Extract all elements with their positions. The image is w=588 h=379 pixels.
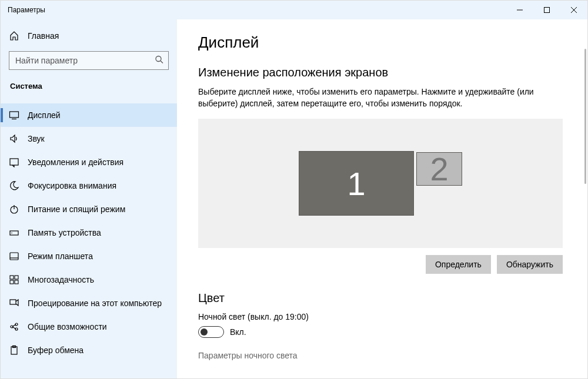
color-title: Цвет: [198, 291, 566, 305]
sidebar-item-project[interactable]: Проецирование на этот компьютер: [1, 291, 177, 315]
minimize-button[interactable]: [506, 1, 533, 19]
svg-line-5: [161, 61, 163, 63]
home-label: Главная: [28, 31, 59, 41]
sidebar-item-moon[interactable]: Фокусировка внимания: [1, 174, 177, 197]
sidebar-item-multitask[interactable]: Многозадачность: [1, 268, 177, 291]
window-title: Параметры: [8, 6, 506, 14]
identify-button[interactable]: Определить: [426, 255, 491, 274]
sidebar-item-label: Память устройства: [28, 228, 101, 237]
scrollbar[interactable]: [584, 49, 586, 184]
svg-rect-1: [544, 8, 550, 13]
sidebar-item-shared[interactable]: Общие возможности: [1, 315, 177, 338]
display-arrange-area[interactable]: 1 2: [198, 119, 563, 248]
notification-icon: [9, 157, 19, 167]
content-area: Дисплей Изменение расположения экранов В…: [177, 19, 587, 378]
sidebar-item-storage[interactable]: Память устройства: [1, 221, 177, 244]
sidebar-item-label: Проецирование на этот компьютер: [28, 298, 162, 308]
nav-list: ДисплейЗвукУведомления и действияФокусир…: [1, 103, 177, 362]
search-wrap: [9, 51, 169, 70]
svg-rect-11: [10, 231, 18, 235]
sidebar-item-notification[interactable]: Уведомления и действия: [1, 150, 177, 174]
svg-rect-13: [10, 253, 18, 260]
window-controls: [506, 1, 587, 19]
sidebar-item-label: Буфер обмена: [28, 346, 83, 355]
night-light-settings-link[interactable]: Параметры ночного света: [198, 351, 566, 360]
storage-icon: [9, 227, 19, 238]
titlebar: Параметры: [1, 1, 587, 19]
sidebar-item-label: Звук: [28, 134, 45, 143]
svg-point-4: [156, 56, 161, 62]
svg-rect-17: [10, 280, 14, 284]
sidebar-item-power[interactable]: Питание и спящий режим: [1, 197, 177, 221]
home-nav[interactable]: Главная: [1, 24, 177, 48]
sidebar-item-label: Многозадачность: [28, 275, 94, 284]
tablet-icon: [9, 251, 19, 261]
night-light-label: Ночной свет (выкл. до 19:00): [198, 312, 566, 321]
svg-rect-6: [10, 112, 19, 118]
toggle-knob: [201, 328, 208, 336]
arrange-desc: Выберите дисплей ниже, чтобы изменить ег…: [198, 86, 563, 109]
night-light-row: Ночной свет (выкл. до 19:00) Вкл.: [198, 312, 566, 338]
night-light-toggle-wrap: Вкл.: [198, 326, 566, 338]
sidebar-item-label: Питание и спящий режим: [28, 204, 125, 214]
display-buttons: Определить Обнаружить: [198, 255, 563, 274]
moon-icon: [9, 180, 19, 191]
power-icon: [9, 204, 19, 214]
sound-icon: [9, 133, 19, 144]
project-icon: [9, 298, 19, 308]
monitor-1[interactable]: 1: [299, 151, 414, 216]
night-light-toggle[interactable]: [198, 326, 224, 338]
search-input[interactable]: [9, 51, 169, 70]
sidebar-item-sound[interactable]: Звук: [1, 127, 177, 150]
home-icon: [9, 31, 19, 41]
sidebar-item-label: Дисплей: [28, 110, 61, 120]
clipboard-icon: [9, 345, 19, 355]
sidebar-item-label: Фокусировка внимания: [28, 181, 116, 190]
page-title: Дисплей: [198, 33, 566, 52]
display-icon: [9, 110, 19, 120]
sidebar-item-clipboard[interactable]: Буфер обмена: [1, 338, 177, 362]
svg-rect-15: [10, 276, 14, 279]
close-button[interactable]: [560, 1, 587, 19]
sidebar-item-tablet[interactable]: Режим планшета: [1, 244, 177, 268]
multitask-icon: [9, 274, 19, 285]
accent-bar: [1, 108, 3, 122]
category-label: Система: [1, 76, 177, 103]
sidebar-item-label: Режим планшета: [28, 251, 93, 261]
svg-rect-18: [15, 280, 18, 284]
sidebar-item-display[interactable]: Дисплей: [1, 103, 177, 127]
sidebar: Главная Система ДисплейЗвукУведомления и…: [1, 19, 177, 378]
shared-icon: [9, 321, 19, 332]
toggle-state-label: Вкл.: [230, 327, 246, 337]
svg-rect-19: [10, 300, 16, 304]
sidebar-item-label: Уведомления и действия: [28, 157, 123, 167]
svg-rect-8: [10, 159, 18, 165]
svg-rect-16: [15, 276, 18, 279]
arrange-title: Изменение расположения экранов: [198, 66, 566, 79]
monitor-2[interactable]: 2: [416, 152, 462, 186]
sidebar-item-label: Общие возможности: [28, 322, 107, 331]
detect-button[interactable]: Обнаружить: [497, 255, 563, 274]
svg-point-12: [11, 233, 12, 234]
maximize-button[interactable]: [533, 1, 560, 19]
monitor-group: 1 2: [298, 151, 463, 216]
search-icon: [155, 55, 164, 66]
